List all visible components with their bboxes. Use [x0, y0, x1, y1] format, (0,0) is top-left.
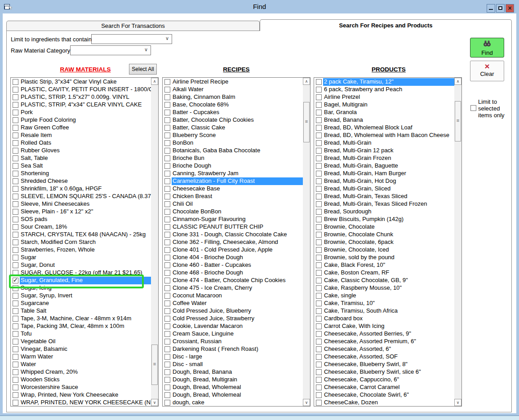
- list-item[interactable]: Cheesecake, Carrot Caramel: [314, 384, 454, 391]
- list-item[interactable]: Clone 362 - Filling, Cheesecake, Almond: [163, 239, 303, 246]
- item-checkbox[interactable]: [164, 247, 170, 253]
- list-item[interactable]: Brioche Bun: [163, 155, 303, 162]
- list-item[interactable]: Strawberries, Frozen, Whole: [11, 246, 151, 254]
- item-checkbox[interactable]: [13, 346, 18, 352]
- close-button[interactable]: ×: [506, 4, 514, 13]
- item-checkbox[interactable]: [164, 331, 170, 337]
- item-checkbox[interactable]: [13, 186, 18, 192]
- item-checkbox[interactable]: [316, 377, 322, 383]
- item-checkbox[interactable]: [13, 354, 18, 360]
- list-item[interactable]: Sugar: [11, 254, 151, 261]
- scroll-down-button[interactable]: ∨: [303, 399, 310, 406]
- list-item[interactable]: Crossiant, Russian: [163, 338, 303, 345]
- list-item[interactable]: Shrinkfilm, 18" x 0.60ga, HPGF: [11, 185, 151, 193]
- item-checkbox[interactable]: [164, 301, 170, 306]
- item-checkbox[interactable]: [13, 377, 18, 383]
- list-item[interactable]: Bread, Multi-Grain, Texas Sliced: [314, 193, 454, 200]
- item-checkbox[interactable]: [316, 79, 322, 85]
- item-checkbox[interactable]: [316, 224, 322, 230]
- item-checkbox[interactable]: [164, 217, 170, 222]
- item-checkbox[interactable]: [316, 362, 322, 367]
- item-checkbox[interactable]: [316, 339, 322, 345]
- list-item[interactable]: Sugar, Icing: [11, 284, 151, 292]
- list-item[interactable]: Dough, Bread, Wholemeal: [163, 391, 303, 399]
- list-item[interactable]: Cold Pressed Juice, Blueberry: [163, 307, 303, 315]
- list-item[interactable]: Coconut Macaroon: [163, 292, 303, 300]
- item-checkbox[interactable]: [316, 239, 322, 245]
- item-checkbox[interactable]: [164, 377, 170, 383]
- list-item[interactable]: Clone 404 - Brioche Dough: [163, 254, 303, 261]
- list-item[interactable]: Sugarcane: [11, 300, 151, 307]
- list-item[interactable]: Bread, Multi-Grain, Sliced: [314, 185, 454, 193]
- list-item[interactable]: Bread, BD, Wholemeal Block Loaf: [314, 124, 454, 132]
- item-checkbox[interactable]: [164, 385, 170, 390]
- item-checkbox[interactable]: [316, 369, 322, 375]
- list-item[interactable]: Resale Item: [11, 132, 151, 139]
- item-checkbox[interactable]: [164, 194, 170, 199]
- list-item[interactable]: Cheesecake, Assorted Berries, 9": [314, 330, 454, 338]
- item-checkbox[interactable]: [13, 217, 18, 222]
- list-item[interactable]: Tape, Packing 3M, Clear, 48mm x 100m: [11, 323, 151, 330]
- list-item[interactable]: Raw Green Coffee: [11, 124, 151, 132]
- item-checkbox[interactable]: [13, 155, 18, 161]
- recipes-list[interactable]: Airline Pretzel RecipeAlkali WaterBaking…: [162, 77, 311, 407]
- list-item[interactable]: SOS pads: [11, 216, 151, 223]
- item-checkbox[interactable]: [13, 102, 18, 108]
- item-checkbox[interactable]: [13, 232, 18, 238]
- category-filter-combobox[interactable]: ∨: [70, 45, 151, 55]
- list-item[interactable]: Warm Water: [11, 353, 151, 361]
- item-checkbox[interactable]: [316, 117, 322, 123]
- list-item[interactable]: Shortening: [11, 170, 151, 177]
- list-item[interactable]: Cake, Raspberry Mousse, 10": [314, 284, 454, 292]
- list-item[interactable]: Bread, Multi-Grain, Baguette: [314, 162, 454, 170]
- list-item[interactable]: Clone 474 - Batter, Chocolate Chip Cooki…: [163, 277, 303, 284]
- list-item[interactable]: Carrot Cake, With Icing: [314, 323, 454, 330]
- item-checkbox[interactable]: [164, 224, 170, 230]
- item-checkbox[interactable]: [164, 79, 170, 85]
- list-item[interactable]: Cream Sauce, Linguine: [163, 330, 303, 338]
- list-item[interactable]: Clone 331 - Dough, Classic Chocolate Cak…: [163, 231, 303, 239]
- item-checkbox[interactable]: [316, 155, 322, 161]
- list-item[interactable]: Blueberry Scone: [163, 132, 303, 139]
- list-item[interactable]: Cheesecake Base: [163, 185, 303, 193]
- ingredients-filter-combobox[interactable]: ∨: [91, 34, 172, 44]
- item-checkbox[interactable]: [13, 362, 18, 367]
- list-item[interactable]: Bread, BD, Wholemeal with Ham Bacon Chee…: [314, 132, 454, 139]
- list-item[interactable]: CheeseCake, Dozen: [314, 399, 454, 406]
- item-checkbox[interactable]: [13, 171, 18, 177]
- list-item[interactable]: Cake, Tiramisu, 10": [314, 300, 454, 307]
- list-item[interactable]: Sugar, Donut: [11, 261, 151, 269]
- list-item[interactable]: Sour Cream, 18%: [11, 223, 151, 231]
- item-checkbox[interactable]: [13, 316, 18, 322]
- item-checkbox[interactable]: [13, 87, 18, 93]
- item-checkbox[interactable]: [164, 362, 170, 367]
- list-item[interactable]: Canning, Strawberry Jam: [163, 170, 303, 177]
- list-item[interactable]: Sugar, Syrup, Invert: [11, 292, 151, 300]
- scroll-down-button[interactable]: ∨: [454, 399, 461, 406]
- select-all-button[interactable]: Select All: [129, 64, 157, 75]
- list-item[interactable]: PLASTIC, STRIP, 4"x34" CLEAR VINYL CAKE: [11, 101, 151, 109]
- list-item[interactable]: Rolled Oats: [11, 139, 151, 147]
- item-checkbox[interactable]: [13, 255, 18, 261]
- tab-search-for-recipes-and-products[interactable]: Search For Recipes and Products: [260, 19, 512, 31]
- list-item[interactable]: Clone 468 - Brioche Dough: [163, 269, 303, 277]
- item-checkbox[interactable]: [164, 171, 170, 177]
- list-item[interactable]: Cake, Boston Cream, RF: [314, 269, 454, 277]
- list-item[interactable]: STARCH, CRYSTAL TEX 648 (NAACAN) - 25kg: [11, 231, 151, 239]
- limit-to-selected-checkbox[interactable]: [470, 105, 476, 111]
- item-checkbox[interactable]: [316, 354, 322, 360]
- list-item[interactable]: Dough, Bread, Banana: [163, 368, 303, 376]
- list-item[interactable]: PLASTIC, CAVITY, PETIT FOUR INSERT - 180…: [11, 86, 151, 93]
- item-checkbox[interactable]: [316, 201, 322, 207]
- item-checkbox[interactable]: [316, 125, 322, 131]
- item-checkbox[interactable]: [164, 308, 170, 314]
- item-checkbox[interactable]: [13, 339, 18, 345]
- list-item[interactable]: Disc - small: [163, 361, 303, 368]
- item-checkbox[interactable]: [13, 392, 18, 398]
- list-item[interactable]: Rubber Gloves: [11, 147, 151, 155]
- item-checkbox[interactable]: [164, 232, 170, 238]
- scroll-up-button[interactable]: ∧: [454, 78, 461, 85]
- item-checkbox[interactable]: [13, 262, 18, 268]
- list-item[interactable]: Batter, Classic Cake: [163, 124, 303, 132]
- find-button[interactable]: Find: [470, 38, 504, 57]
